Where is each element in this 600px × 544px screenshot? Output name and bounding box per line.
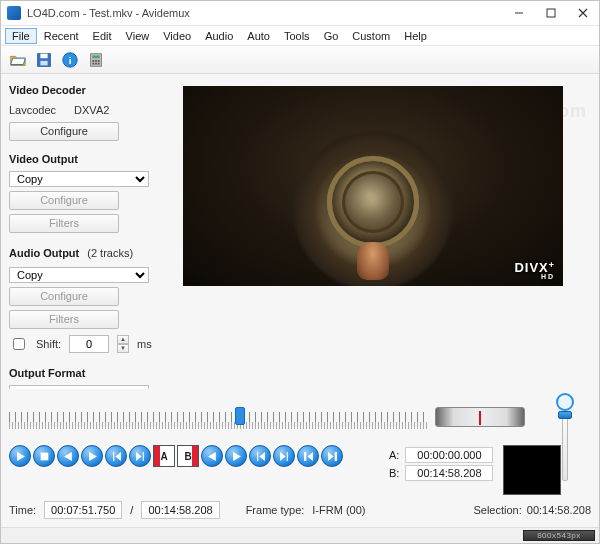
marker-b-label: B:: [389, 467, 399, 479]
volume-knob[interactable]: [558, 411, 572, 419]
titlebar: LO4D.com - Test.mkv - Avidemux: [1, 1, 599, 26]
marker-b-value: 00:14:58.208: [405, 465, 493, 481]
time-label: Time:: [9, 504, 36, 516]
calculator-icon[interactable]: [85, 49, 107, 71]
stop-button[interactable]: [33, 445, 55, 467]
scrub-row: [9, 397, 591, 437]
svg-rect-14: [40, 452, 48, 460]
frame-type-value: I-FRM (00): [312, 504, 365, 516]
menu-help[interactable]: Help: [397, 28, 434, 44]
toolbar: i: [1, 46, 599, 74]
window-title: LO4D.com - Test.mkv - Avidemux: [27, 7, 503, 19]
svg-rect-12: [95, 62, 97, 64]
svg-text:i: i: [69, 54, 72, 65]
menu-file[interactable]: File: [5, 28, 37, 44]
audio-output-configure-button[interactable]: Configure: [9, 287, 119, 306]
audio-output-filters-button[interactable]: Filters: [9, 310, 119, 329]
set-marker-b-button[interactable]: B: [177, 445, 199, 467]
next-black-button[interactable]: [273, 445, 295, 467]
audio-tracks-note: (2 tracks): [87, 247, 133, 259]
next-cut-button[interactable]: [225, 445, 247, 467]
shift-label: Shift:: [36, 338, 61, 350]
menu-go[interactable]: Go: [317, 28, 346, 44]
video-frame-subject: [327, 156, 419, 248]
right-panel: DIVX+ HD: [183, 82, 591, 385]
time-current[interactable]: 00:07:51.750: [44, 501, 122, 519]
timeline-track[interactable]: [9, 405, 427, 429]
marker-a-value: 00:00:00.000: [405, 447, 493, 463]
menu-edit[interactable]: Edit: [86, 28, 119, 44]
audio-vu-meter: [503, 445, 561, 495]
main-body: LO4D.com Video Decoder Lavcodec DXVA2 Co…: [1, 74, 599, 389]
menu-tools[interactable]: Tools: [277, 28, 317, 44]
svg-rect-7: [92, 55, 99, 58]
audio-output-select[interactable]: Copy: [9, 267, 149, 283]
controls-row: A B A: 00:00:00.000 B: 00:14:58.208: [9, 445, 591, 495]
video-preview[interactable]: DIVX+ HD: [183, 86, 563, 286]
next-frame-button[interactable]: [81, 445, 103, 467]
menubar: File Recent Edit View Video Audio Auto T…: [1, 26, 599, 46]
svg-rect-11: [92, 62, 94, 64]
video-frame-foreground: [357, 242, 389, 280]
set-marker-a-button[interactable]: A: [153, 445, 175, 467]
save-icon[interactable]: [33, 49, 55, 71]
open-icon[interactable]: [7, 49, 29, 71]
shift-value-input[interactable]: [69, 335, 109, 353]
video-output-heading: Video Output: [9, 153, 175, 165]
app-icon: [7, 6, 21, 20]
svg-rect-13: [98, 62, 100, 64]
divx-logo: DIVX+ HD: [514, 260, 555, 280]
volume-icon: [556, 393, 574, 411]
marker-info: A: 00:00:00.000 B: 00:14:58.208: [389, 445, 493, 483]
time-bar: Time: 00:07:51.750 / 00:14:58.208 Frame …: [9, 501, 591, 519]
decoder-configure-button[interactable]: Configure: [9, 122, 119, 141]
prev-black-button[interactable]: [249, 445, 271, 467]
prev-cut-button[interactable]: [201, 445, 223, 467]
audio-output-heading: Audio Output: [9, 247, 79, 259]
menu-audio[interactable]: Audio: [198, 28, 240, 44]
menu-auto[interactable]: Auto: [240, 28, 277, 44]
prev-keyframe-button[interactable]: [105, 445, 127, 467]
maximize-button[interactable]: [535, 2, 567, 24]
video-output-configure-button[interactable]: Configure: [9, 191, 119, 210]
time-sep: /: [130, 504, 133, 516]
goto-end-button[interactable]: [321, 445, 343, 467]
timeline-thumb[interactable]: [235, 407, 245, 425]
frame-type-label: Frame type:: [246, 504, 305, 516]
svg-rect-2: [40, 53, 47, 58]
jog-wheel[interactable]: [435, 407, 525, 427]
selection-label: Selection:: [473, 504, 521, 516]
menu-custom[interactable]: Custom: [345, 28, 397, 44]
shift-spinner[interactable]: ▲▼: [117, 335, 129, 353]
minimize-button[interactable]: [503, 2, 535, 24]
selection-value: 00:14:58.208: [527, 504, 591, 516]
shift-unit: ms: [137, 338, 152, 350]
video-output-filters-button[interactable]: Filters: [9, 214, 119, 233]
status-bar: 800x543px: [1, 527, 599, 543]
menu-view[interactable]: View: [119, 28, 157, 44]
play-button[interactable]: [9, 445, 31, 467]
video-decoder-heading: Video Decoder: [9, 84, 175, 96]
svg-rect-8: [92, 60, 94, 62]
bottom-panel: A B A: 00:00:00.000 B: 00:14:58.208: [1, 389, 599, 527]
codec-label: Lavcodec: [9, 104, 56, 116]
info-icon[interactable]: i: [59, 49, 81, 71]
next-keyframe-button[interactable]: [129, 445, 151, 467]
status-dimensions: 800x543px: [523, 530, 595, 541]
time-total: 00:14:58.208: [141, 501, 219, 519]
video-output-select[interactable]: Copy: [9, 171, 149, 187]
menu-video[interactable]: Video: [156, 28, 198, 44]
prev-frame-button[interactable]: [57, 445, 79, 467]
svg-rect-0: [547, 9, 555, 17]
goto-start-button[interactable]: [297, 445, 319, 467]
volume-slider[interactable]: [539, 397, 591, 437]
app-window: LO4D.com - Test.mkv - Avidemux File Rece…: [0, 0, 600, 544]
svg-rect-10: [98, 60, 100, 62]
svg-rect-3: [40, 60, 47, 65]
svg-rect-9: [95, 60, 97, 62]
menu-recent[interactable]: Recent: [37, 28, 86, 44]
close-button[interactable]: [567, 2, 599, 24]
codec-value: DXVA2: [74, 104, 109, 116]
shift-checkbox[interactable]: [13, 338, 25, 350]
transport-controls: A B: [9, 445, 379, 467]
